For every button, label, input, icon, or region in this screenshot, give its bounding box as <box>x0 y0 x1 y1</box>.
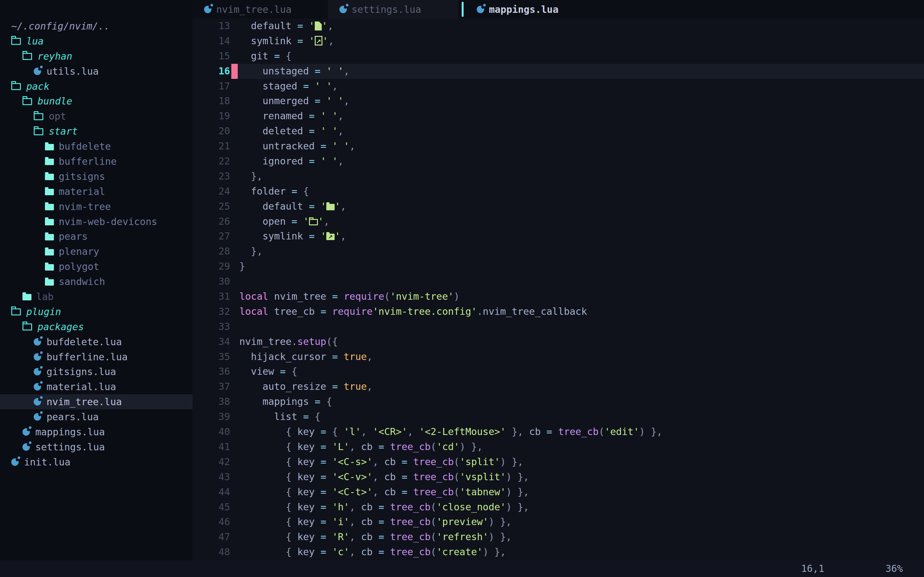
code-line-13[interactable]: 13 default = '', <box>192 19 924 34</box>
code-token: 'cd' <box>436 441 459 452</box>
code-token: default <box>239 201 309 212</box>
file-symlink-icon <box>315 36 322 45</box>
code-line-38[interactable]: 38 mappings = { <box>192 394 924 409</box>
tab-nvim_tree.lua[interactable]: nvim_tree.lua <box>192 0 292 19</box>
tree-item-packages[interactable]: packages <box>0 319 192 334</box>
code-area[interactable]: 13 default = '',14 symlink = '',15 git =… <box>192 19 924 560</box>
code-token: = <box>332 381 344 392</box>
code-token: 'i' <box>332 516 349 527</box>
tree-item-plenary[interactable]: plenary <box>0 244 192 259</box>
line-number: 26 <box>192 214 230 229</box>
tree-item-label: lua <box>26 35 44 47</box>
code-line-34[interactable]: 34nvim_tree.setup({ <box>192 334 924 350</box>
code-line-32[interactable]: 32local tree_cb = require'nvim-tree.conf… <box>192 304 924 319</box>
tree-item-gitsigns[interactable]: gitsigns <box>0 169 192 184</box>
tree-item-settings.lua[interactable]: settings.lua <box>0 440 192 455</box>
line-number: 32 <box>192 304 230 319</box>
tree-item-bufdelete.lua[interactable]: bufdelete.lua <box>0 334 192 350</box>
code-line-44[interactable]: 44 { key = '<C-t>', cb = tree_cb('tabnew… <box>192 485 924 500</box>
code-line-33[interactable]: 33 <box>192 319 924 334</box>
code-line-20[interactable]: 20 deleted = ' ', <box>192 124 924 139</box>
code-line-18[interactable]: 18 unmerged = ' ', <box>192 93 924 109</box>
code-line-41[interactable]: 41 { key = 'L', cb = tree_cb('cd') }, <box>192 440 924 455</box>
code-line-27[interactable]: 27 symlink = '', <box>192 229 924 244</box>
code-line-37[interactable]: 37 auto_resize = true, <box>192 379 924 394</box>
code-line-30[interactable]: 30 <box>192 274 924 289</box>
code-line-43[interactable]: 43 { key = '<C-v>', cb = tree_cb('vsplit… <box>192 470 924 485</box>
tree-item-nvim-tree[interactable]: nvim-tree <box>0 199 192 214</box>
tree-item-material.lua[interactable]: material.lua <box>0 379 192 394</box>
tree-item-mappings.lua[interactable]: mappings.lua <box>0 424 192 440</box>
code-line-21[interactable]: 21 untracked = ' ', <box>192 139 924 154</box>
tree-item-start[interactable]: start <box>0 124 192 139</box>
tree-item-init.lua[interactable]: init.lua <box>0 455 192 470</box>
tree-item-pears[interactable]: pears <box>0 229 192 244</box>
code-line-19[interactable]: 19 renamed = ' ', <box>192 109 924 124</box>
tree-item-polygot[interactable]: polygot <box>0 259 192 274</box>
tree-item-pears.lua[interactable]: pears.lua <box>0 409 192 424</box>
tree-item-lua[interactable]: lua <box>0 34 192 49</box>
code-token: 'nvim-tree' <box>390 291 454 302</box>
editor-pane[interactable]: settings.luamappings.luanvim_tree.lua 13… <box>192 0 924 560</box>
tab-mappings.lua[interactable]: mappings.lua <box>465 0 619 19</box>
tree-item-bufferline[interactable]: bufferline <box>0 154 192 169</box>
code-line-29[interactable]: 29} <box>192 259 924 274</box>
code-line-36[interactable]: 36 view = { <box>192 364 924 379</box>
code-line-42[interactable]: 42 { key = '<C-s>', cb = tree_cb('split'… <box>192 455 924 470</box>
open-folder-icon <box>11 83 21 90</box>
code-line-35[interactable]: 35 hijack_cursor = true, <box>192 350 924 364</box>
code-token: = <box>292 216 303 227</box>
code-line-45[interactable]: 45 { key = 'h', cb = tree_cb('close_node… <box>192 500 924 515</box>
tree-item-~-.config-nvim-..[interactable]: ~/.config/nvim/.. <box>0 19 192 34</box>
closed-folder-icon <box>45 279 54 285</box>
code-line-48[interactable]: 48 { key = 'c', cb = tree_cb('create') }… <box>192 545 924 560</box>
code-line-40[interactable]: 40 { key = { 'l', '<CR>', '<2-LeftMouse>… <box>192 424 924 440</box>
code-token: , <box>373 471 384 482</box>
code-line-28[interactable]: 28 }, <box>192 244 924 259</box>
tree-item-nvim_tree.lua[interactable]: nvim_tree.lua <box>0 394 192 409</box>
tree-item-label: init.lua <box>24 456 71 468</box>
code-token: '<C-v>' <box>332 471 373 482</box>
tree-item-sandwich[interactable]: sandwich <box>0 274 192 289</box>
code-line-46[interactable]: 46 { key = 'i', cb = tree_cb('preview') … <box>192 514 924 530</box>
tree-item-reyhan[interactable]: reyhan <box>0 49 192 64</box>
code-line-17[interactable]: 17 staged = ' ', <box>192 79 924 94</box>
tree-item-gitsigns.lua[interactable]: gitsigns.lua <box>0 364 192 379</box>
code-line-15[interactable]: 15 git = { <box>192 49 924 64</box>
open-folder-icon <box>11 38 21 45</box>
code-token: 'R' <box>332 531 349 542</box>
tree-item-plugin[interactable]: plugin <box>0 304 192 319</box>
code-token: tree_cb <box>413 471 454 482</box>
code-line-14[interactable]: 14 symlink = '', <box>192 34 924 49</box>
code-token: = <box>309 125 320 137</box>
tree-item-material[interactable]: material <box>0 184 192 199</box>
tree-item-pack[interactable]: pack <box>0 79 192 94</box>
code-token: = <box>297 35 309 47</box>
code-line-22[interactable]: 22 ignored = ' ', <box>192 154 924 169</box>
code-line-23[interactable]: 23 }, <box>192 169 924 184</box>
tree-item-bufferline.lua[interactable]: bufferline.lua <box>0 350 192 364</box>
tree-item-bufdelete[interactable]: bufdelete <box>0 139 192 154</box>
code-line-16[interactable]: 16 unstaged = ' ', <box>192 64 924 79</box>
code-line-25[interactable]: 25 default = '', <box>192 199 924 214</box>
code-token: symlink <box>239 35 297 47</box>
code-token: , <box>338 155 344 167</box>
tree-item-label: packages <box>37 321 84 332</box>
tree-item-nvim-web-devicons[interactable]: nvim-web-devicons <box>0 214 192 229</box>
tree-item-utils.lua[interactable]: utils.lua <box>0 64 192 79</box>
tree-item-label: polygot <box>59 261 99 272</box>
code-line-47[interactable]: 47 { key = 'R', cb = tree_cb('refresh') … <box>192 530 924 545</box>
code-token: , <box>338 110 344 121</box>
tree-item-bundle[interactable]: bundle <box>0 93 192 109</box>
code-line-39[interactable]: 39 list = { <box>192 409 924 424</box>
code-token: staged <box>239 81 303 92</box>
tree-item-opt[interactable]: opt <box>0 109 192 124</box>
tree-item-label: mappings.lua <box>35 426 105 438</box>
code-line-26[interactable]: 26 open = '', <box>192 214 924 229</box>
sign-column <box>231 500 238 515</box>
tree-item-lab[interactable]: lab <box>0 289 192 304</box>
code-line-31[interactable]: 31local nvim_tree = require('nvim-tree') <box>192 289 924 304</box>
tab-settings.lua[interactable]: settings.lua <box>328 0 458 19</box>
line-number: 14 <box>192 34 230 49</box>
code-line-24[interactable]: 24 folder = { <box>192 184 924 199</box>
